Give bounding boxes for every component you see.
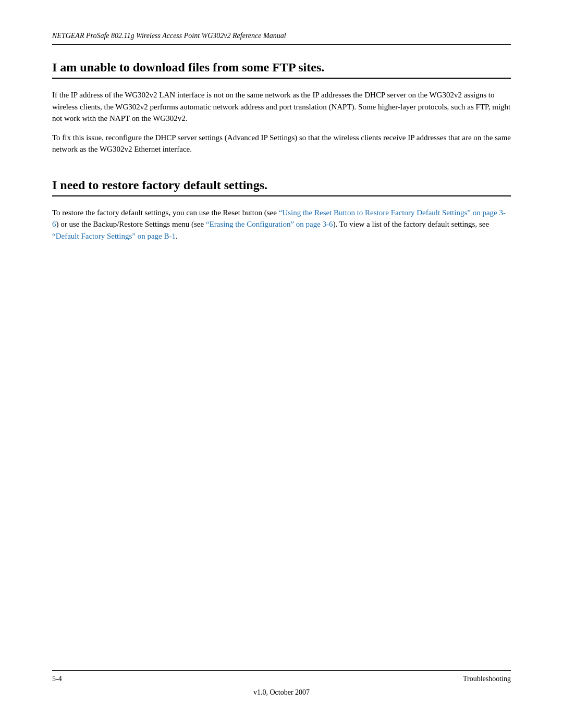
page: NETGEAR ProSafe 802.11g Wireless Access …: [0, 0, 563, 728]
para-text-end: .: [176, 232, 178, 240]
footer-version: v1.0, October 2007: [52, 688, 511, 697]
footer-page-number: 5-4: [52, 675, 62, 683]
footer-section-name: Troubleshooting: [463, 675, 511, 683]
header-text: NETGEAR ProSafe 802.11g Wireless Access …: [52, 32, 286, 40]
section-factory-reset: I need to restore factory default settin…: [52, 178, 511, 250]
link-default-settings[interactable]: “Default Factory Settings” on page B-1: [52, 232, 176, 240]
page-header: NETGEAR ProSafe 802.11g Wireless Access …: [52, 31, 511, 45]
section-ftp-title: I am unable to download files from some …: [52, 60, 511, 79]
section-factory-reset-para: To restore the factory default settings,…: [52, 207, 511, 242]
link-erase-config[interactable]: “Erasing the Configuration” on page 3-6: [206, 220, 333, 228]
section-factory-reset-title: I need to restore factory default settin…: [52, 178, 511, 196]
para-text-mid2: ). To view a list of the factory default…: [333, 220, 489, 228]
section-ftp-para1: If the IP address of the WG302v2 LAN int…: [52, 89, 511, 125]
section-ftp: I am unable to download files from some …: [52, 60, 511, 163]
footer-line: 5-4 Troubleshooting: [52, 670, 511, 683]
para-text-before: To restore the factory default settings,…: [52, 208, 279, 217]
page-footer: 5-4 Troubleshooting v1.0, October 2007: [52, 670, 511, 697]
section-ftp-para2: To fix this issue, reconfigure the DHCP …: [52, 132, 511, 155]
para-text-mid1: ) or use the Backup/Restore Settings men…: [56, 220, 206, 228]
